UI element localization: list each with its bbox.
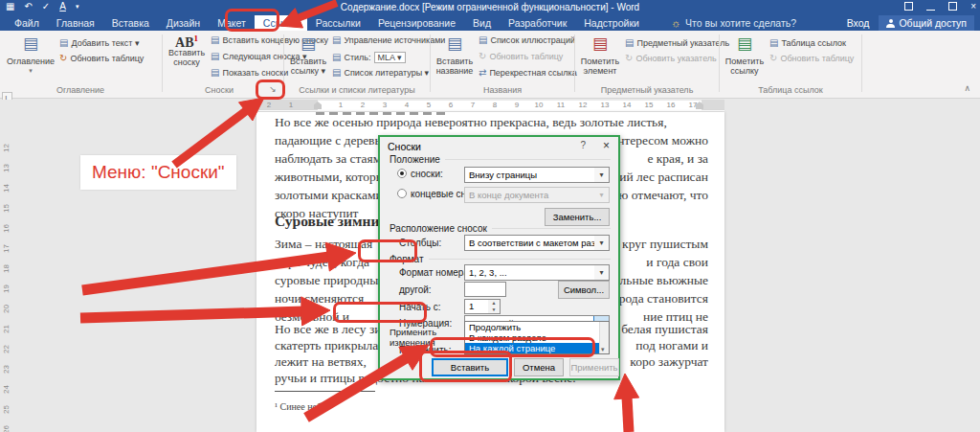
lightbulb-icon: ☼ <box>671 17 680 29</box>
footnote-ab1-icon: AB1 <box>175 34 198 48</box>
update-figures-button: ↻Обновить таблицу <box>479 52 563 61</box>
share-button[interactable]: Общий доступ <box>879 15 974 31</box>
table-of-authorities-button[interactable]: ▤Таблица ссылок <box>769 38 846 48</box>
cross-reference-button[interactable]: ⇄Перекрестная ссылка <box>479 68 577 78</box>
group-label-index: Предметный указатель <box>576 85 718 95</box>
columns-select[interactable]: В соответствии с макетом раздела▾ <box>464 235 610 251</box>
show-notes-button[interactable]: ▤Показать сноски <box>211 68 288 78</box>
toc-button[interactable]: ▤ Оглавление▾ <box>6 34 56 76</box>
sign-in-link[interactable]: Вход <box>847 17 870 29</box>
tab-design[interactable]: Дизайн <box>158 15 209 31</box>
start-at-stepper[interactable]: 1▲▼ <box>464 299 501 314</box>
endnotes-radio[interactable] <box>397 189 407 198</box>
bibliography-button[interactable]: ▤Список литературы ▾ <box>332 68 429 78</box>
group-label-authorities: Таблица ссылок <box>721 85 860 95</box>
tab-developer[interactable]: Разработчик <box>500 15 575 31</box>
title-bar: ▦ ↶ ✓ А ▾ Содержание.docx [Режим огранич… <box>0 0 980 15</box>
close-icon[interactable]: × <box>603 139 610 152</box>
ruler-number: 26 <box>2 425 11 432</box>
dropdown-scrollbar[interactable] <box>599 322 609 353</box>
insert-citation-button[interactable]: ▤ Вставитьссылку ▾ <box>287 34 329 76</box>
insert-citation-icon: ▤ <box>301 34 316 57</box>
ruler-number: 17 <box>687 101 699 109</box>
cancel-button[interactable]: Отмена <box>514 358 564 376</box>
horizontal-ruler[interactable]: 3 2 1 1 2 3 4 5 6 7 8 9 10 11 12 13 14 1… <box>0 100 980 112</box>
tab-mailings[interactable]: Рассылки <box>307 15 369 31</box>
mark-entry-button[interactable]: ▤ Пометитьэлемент <box>578 34 622 76</box>
group-label-toc: Оглавление <box>0 85 161 95</box>
ruler-number: 19 <box>2 284 11 294</box>
insert-index-icon: ▤ <box>625 38 634 48</box>
tab-view[interactable]: Вид <box>464 15 500 31</box>
symbol-button[interactable]: Символ... <box>558 281 610 299</box>
ruler-number: 13 <box>599 101 611 109</box>
update-toc-button[interactable]: ↻Обновить таблицу <box>59 54 144 63</box>
tab-file[interactable]: Файл <box>6 15 48 31</box>
endnotes-position-select: В конце документа▾ <box>464 187 610 203</box>
show-notes-icon: ▤ <box>211 68 219 78</box>
tab-insert[interactable]: Вставка <box>103 15 158 31</box>
manage-sources-icon: ▤ <box>332 35 341 45</box>
style-combo[interactable]: ▤Стиль:MLA ▾ <box>332 52 406 63</box>
annotation-box-dialog-launcher <box>256 80 285 100</box>
layout-group-label: Расположение сносок <box>390 223 487 234</box>
tab-review[interactable]: Рецензирование <box>369 15 464 31</box>
chevron-down-icon: ▾ <box>594 265 609 280</box>
dialog-title: Сноски <box>388 141 421 152</box>
manage-sources-button[interactable]: ▤Управление источниками <box>332 35 445 45</box>
update-toc-icon: ↻ <box>59 54 67 63</box>
chevron-down-icon: ▾ <box>594 236 609 250</box>
close-icon[interactable]: × <box>970 1 976 11</box>
ruler-number: 4 <box>401 101 412 109</box>
toc-icon: ▤ <box>23 34 38 57</box>
mark-citation-button[interactable]: ▤ Пометитьссылку <box>723 34 767 76</box>
number-format-select[interactable]: 1, 2, 3, ...▾ <box>464 264 610 281</box>
person-icon <box>886 19 895 28</box>
tab-home[interactable]: Главная <box>48 15 103 31</box>
annotation-box-format <box>358 239 417 262</box>
ribbon-options-icon[interactable] <box>904 2 913 11</box>
table-of-figures-icon: ▤ <box>479 35 487 45</box>
insert-footnote-button[interactable]: AB1 Вставитьсноску <box>166 34 208 67</box>
ruler-number: 2 <box>357 101 368 109</box>
ruler-number: 3 <box>241 101 253 109</box>
window-controls: × <box>904 1 976 11</box>
update-index-button: ↻Обновить указатель <box>625 54 717 63</box>
window-title: Содержание.docx [Режим ограниченной функ… <box>0 2 980 12</box>
position-group-label: Положение <box>390 154 440 165</box>
table-of-figures-button[interactable]: ▤Список иллюстраций <box>479 35 575 45</box>
footnotes-radio[interactable] <box>397 169 407 178</box>
dropdown-option[interactable]: Продолжить <box>465 322 609 332</box>
ruler-number: 18 <box>2 264 11 274</box>
account-area: Вход Общий доступ <box>847 15 974 31</box>
insert-caption-button[interactable]: ▤ Вставитьназвание <box>434 34 476 76</box>
ruler-number: 21 <box>2 325 11 334</box>
ruler-number: 25 <box>2 405 11 415</box>
ruler-number: 15 <box>643 101 655 109</box>
vertical-ruler[interactable]: 12 13 14 15 16 17 18 19 20 21 22 23 24 2… <box>0 112 11 432</box>
update-authorities-button: ↻Обновить таблицу <box>769 54 854 63</box>
group-label-captions: Названия <box>432 85 573 95</box>
insert-index-button[interactable]: ▤Предметный указатель <box>625 38 729 48</box>
ribbon: ▤ Оглавление▾ ▤Добавить текст ▾ ↻Обновит… <box>0 31 980 99</box>
tab-addins[interactable]: Надстройки <box>575 15 648 31</box>
help-icon[interactable]: ? <box>580 140 586 150</box>
tell-me-box[interactable]: ☼ Что вы хотите сделать? <box>671 17 796 29</box>
footnotes-radio-label: сноски: <box>411 169 443 179</box>
apply-button: Применить <box>569 358 619 376</box>
number-format-label: Формат номера: <box>399 267 472 278</box>
ruler-number: 22 <box>2 345 11 354</box>
annotation-box-references-tab <box>225 9 279 32</box>
update-figures-icon: ↻ <box>479 52 486 61</box>
custom-mark-input[interactable] <box>464 282 506 297</box>
style-icon: ▤ <box>332 53 341 62</box>
restore-icon[interactable] <box>948 2 957 11</box>
footnotes-position-select[interactable]: Внизу страницы▾ <box>464 167 610 183</box>
ruler-number: 16 <box>665 101 677 109</box>
add-text-button[interactable]: ▤Добавить текст ▾ <box>59 38 139 48</box>
collapse-ribbon-icon[interactable]: ∧ <box>964 83 970 93</box>
group-label-citations: Ссылки и списки литературы <box>285 85 429 95</box>
cross-reference-icon: ⇄ <box>479 68 486 78</box>
annotation-box-numbering <box>333 302 427 323</box>
minimize-icon[interactable] <box>926 10 935 11</box>
